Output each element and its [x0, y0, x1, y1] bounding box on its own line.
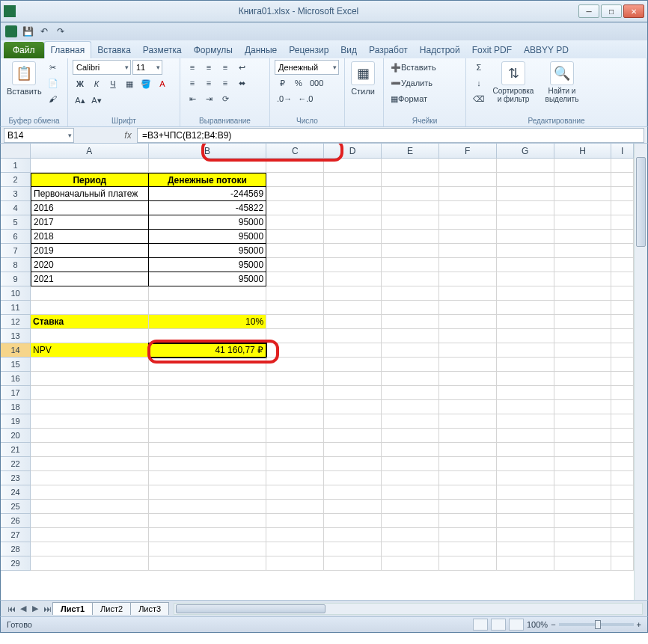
number-format-combo[interactable]: Денежный: [275, 60, 339, 75]
cell[interactable]: [611, 372, 634, 386]
cell[interactable]: [554, 542, 612, 556]
cell[interactable]: [439, 500, 497, 514]
cell[interactable]: [324, 500, 382, 514]
cell[interactable]: [382, 514, 439, 528]
font-name-combo[interactable]: Calibri: [73, 60, 131, 75]
sort-filter-button[interactable]: ⇅ Сортировка и фильтр: [489, 60, 537, 105]
row-header[interactable]: 5: [1, 215, 31, 230]
maximize-button[interactable]: □: [601, 4, 622, 18]
cell[interactable]: [554, 471, 612, 485]
row-header[interactable]: 28: [1, 542, 31, 556]
sheet-nav-last-icon[interactable]: ⏭: [41, 603, 53, 615]
view-pagebreak-icon[interactable]: [509, 619, 524, 631]
cells-area[interactable]: Период Денежные потоки Первоначальный пл…: [31, 159, 634, 571]
col-header[interactable]: C: [266, 144, 324, 159]
cell[interactable]: [382, 386, 439, 400]
cell[interactable]: [554, 358, 612, 372]
sheet-tab[interactable]: Лист2: [92, 602, 131, 615]
cell[interactable]: [439, 457, 497, 471]
styles-button[interactable]: ▦ Стили: [349, 60, 376, 97]
cell[interactable]: [324, 542, 382, 556]
comma-icon[interactable]: 000: [308, 76, 325, 91]
format-painter-icon[interactable]: 🖌: [46, 91, 61, 106]
row-header[interactable]: 20: [1, 429, 31, 443]
cell[interactable]: [324, 386, 382, 400]
tab-view[interactable]: Вид: [334, 42, 363, 58]
cell[interactable]: [266, 429, 324, 443]
tab-data[interactable]: Данные: [239, 42, 283, 58]
cell[interactable]: 2020: [31, 258, 149, 272]
cell[interactable]: [554, 400, 612, 414]
row-header[interactable]: 11: [1, 301, 31, 315]
cell[interactable]: [31, 457, 149, 471]
fx-icon[interactable]: fx: [119, 130, 137, 141]
col-header[interactable]: D: [324, 144, 382, 159]
cell[interactable]: [149, 514, 267, 528]
sheet-nav-prev-icon[interactable]: ◀: [17, 603, 29, 615]
cell[interactable]: [554, 372, 612, 386]
cell[interactable]: [554, 485, 612, 500]
cell[interactable]: [266, 400, 324, 414]
row-header[interactable]: 14: [1, 343, 31, 358]
cell[interactable]: 95000: [149, 258, 267, 272]
find-select-button[interactable]: 🔍 Найти и выделить: [540, 60, 584, 105]
cell[interactable]: [266, 485, 324, 500]
cell[interactable]: [149, 500, 267, 514]
save-icon[interactable]: 💾: [22, 25, 34, 37]
selected-cell[interactable]: 41 160,77 ₽: [149, 343, 267, 358]
cell[interactable]: [611, 414, 634, 429]
cell[interactable]: 10%: [149, 315, 267, 329]
cell[interactable]: [382, 457, 439, 471]
cell[interactable]: [439, 514, 497, 528]
cell[interactable]: [149, 386, 267, 400]
cell[interactable]: [31, 542, 149, 556]
sheet-nav-first-icon[interactable]: ⏮: [5, 603, 17, 615]
border-button[interactable]: ▦: [122, 76, 137, 91]
cell[interactable]: [554, 500, 612, 514]
tab-formulas[interactable]: Формулы: [188, 42, 239, 58]
cell[interactable]: [324, 400, 382, 414]
row-header[interactable]: 12: [1, 315, 31, 329]
tab-home[interactable]: Главная: [44, 41, 92, 58]
sheet-tab[interactable]: Лист1: [52, 602, 93, 615]
view-layout-icon[interactable]: [491, 619, 506, 631]
cell[interactable]: [497, 457, 554, 471]
formula-input[interactable]: =B3+ЧПС(B12;B4:B9): [137, 128, 644, 143]
align-mid-icon[interactable]: ≡: [201, 60, 216, 75]
cell[interactable]: [31, 400, 149, 414]
wrap-text-icon[interactable]: ↩: [234, 60, 249, 75]
orientation-icon[interactable]: ⟳: [218, 91, 233, 106]
row-header[interactable]: 4: [1, 201, 31, 215]
cut-icon[interactable]: ✂: [46, 60, 61, 75]
cell[interactable]: 2019: [31, 244, 149, 258]
tab-developer[interactable]: Разработ: [363, 42, 414, 58]
autosum-icon[interactable]: Σ: [471, 60, 487, 75]
tab-addins[interactable]: Надстрой: [414, 42, 466, 58]
cell[interactable]: [439, 429, 497, 443]
cell[interactable]: [266, 414, 324, 429]
cell[interactable]: [31, 414, 149, 429]
row-header[interactable]: 21: [1, 443, 31, 457]
cell[interactable]: [497, 429, 554, 443]
row-header[interactable]: 18: [1, 400, 31, 414]
cell[interactable]: [554, 386, 612, 400]
cell[interactable]: 2018: [31, 230, 149, 244]
cell[interactable]: [554, 457, 612, 471]
cell[interactable]: [324, 372, 382, 386]
tab-foxit[interactable]: Foxit PDF: [466, 42, 518, 58]
row-header[interactable]: 9: [1, 272, 31, 286]
col-header[interactable]: E: [382, 144, 439, 159]
row-header[interactable]: 26: [1, 514, 31, 528]
indent-dec-icon[interactable]: ⇤: [185, 91, 200, 106]
cell[interactable]: Ставка: [31, 315, 149, 329]
cell[interactable]: 2021: [31, 272, 149, 286]
cell[interactable]: [266, 443, 324, 457]
sheet-nav-next-icon[interactable]: ▶: [29, 603, 41, 615]
cell[interactable]: [149, 528, 267, 542]
format-cells-button[interactable]: ▦ Формат: [388, 91, 430, 106]
cell[interactable]: 95000: [149, 244, 267, 258]
cell[interactable]: [497, 485, 554, 500]
cell[interactable]: [324, 528, 382, 542]
cell[interactable]: [611, 429, 634, 443]
cell[interactable]: [611, 358, 634, 372]
